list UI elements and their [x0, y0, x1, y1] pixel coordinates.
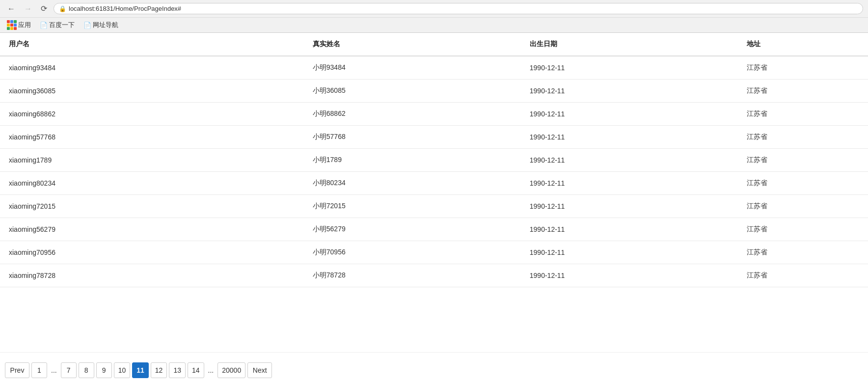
col-header-address: 地址 [738, 33, 868, 56]
pagination-ellipsis: ... [206, 366, 216, 374]
cell-address: 江苏省 [738, 264, 868, 287]
page-btn-12[interactable]: 12 [151, 362, 167, 378]
apps-bookmark[interactable]: 应用 [5, 19, 33, 31]
next-button[interactable]: Next [247, 362, 272, 378]
table-row: xiaoming80234 小明80234 1990-12-11 江苏省 [0, 172, 868, 195]
bookmarks-bar: 应用 📄 百度一下 📄 网址导航 [0, 17, 868, 32]
apps-label: 应用 [18, 21, 31, 29]
back-button[interactable]: ← [5, 3, 18, 14]
baidu-bookmark[interactable]: 📄 百度一下 [38, 20, 77, 30]
page-btn-11[interactable]: 11 [132, 362, 149, 378]
cell-birthdate: 1990-12-11 [521, 172, 738, 195]
pagination-area: Prev1...7891011121314...20000Next [0, 352, 868, 384]
cell-birthdate: 1990-12-11 [521, 126, 738, 149]
cell-birthdate: 1990-12-11 [521, 264, 738, 287]
page-btn-8[interactable]: 8 [79, 362, 94, 378]
cell-realname: 小明56279 [304, 218, 521, 241]
cell-username: xiaoming70956 [0, 241, 304, 264]
cell-username: xiaoming1789 [0, 149, 304, 172]
cell-address: 江苏省 [738, 172, 868, 195]
table-row: xiaoming68862 小明68862 1990-12-11 江苏省 [0, 103, 868, 126]
cell-username: xiaoming36085 [0, 80, 304, 103]
cell-realname: 小明1789 [304, 149, 521, 172]
page-btn-7[interactable]: 7 [61, 362, 77, 378]
baidu-icon: 📄 [40, 22, 48, 29]
cell-address: 江苏省 [738, 103, 868, 126]
cell-username: xiaoming68862 [0, 103, 304, 126]
nav-icon: 📄 [83, 22, 91, 29]
cell-birthdate: 1990-12-11 [521, 241, 738, 264]
table-row: xiaoming1789 小明1789 1990-12-11 江苏省 [0, 149, 868, 172]
browser-toolbar: ← → ⟳ 🔒 localhost:61831/Home/ProcPageInd… [0, 0, 868, 17]
apps-icon [7, 20, 17, 30]
cell-username: xiaoming78728 [0, 264, 304, 287]
table-row: xiaoming70956 小明70956 1990-12-11 江苏省 [0, 241, 868, 264]
nav-bookmark[interactable]: 📄 网址导航 [81, 20, 120, 30]
cell-address: 江苏省 [738, 56, 868, 80]
page-btn-13[interactable]: 13 [169, 362, 186, 378]
cell-realname: 小明36085 [304, 80, 521, 103]
page-btn-1[interactable]: 1 [31, 362, 47, 378]
page-content: 用户名 真实姓名 出生日期 地址 xiaoming93484 小明93484 1… [0, 33, 868, 352]
cell-realname: 小明78728 [304, 264, 521, 287]
cell-realname: 小明93484 [304, 56, 521, 80]
cell-birthdate: 1990-12-11 [521, 80, 738, 103]
baidu-label: 百度一下 [49, 21, 75, 29]
page-btn-14[interactable]: 14 [188, 362, 204, 378]
table-row: xiaoming56279 小明56279 1990-12-11 江苏省 [0, 218, 868, 241]
reload-button[interactable]: ⟳ [38, 3, 50, 14]
address-bar[interactable]: 🔒 localhost:61831/Home/ProcPageIndex# [54, 3, 863, 14]
cell-realname: 小明57768 [304, 126, 521, 149]
url-text: localhost:61831/Home/ProcPageIndex# [69, 5, 181, 12]
pagination-ellipsis: ... [49, 366, 59, 374]
cell-address: 江苏省 [738, 241, 868, 264]
cell-address: 江苏省 [738, 218, 868, 241]
cell-realname: 小明72015 [304, 195, 521, 218]
cell-birthdate: 1990-12-11 [521, 103, 738, 126]
page-btn-20000[interactable]: 20000 [217, 362, 245, 378]
table-row: xiaoming57768 小明57768 1990-12-11 江苏省 [0, 126, 868, 149]
col-header-birthdate: 出生日期 [521, 33, 738, 56]
nav-label: 网址导航 [93, 21, 118, 29]
col-header-realname: 真实姓名 [304, 33, 521, 56]
browser-chrome: ← → ⟳ 🔒 localhost:61831/Home/ProcPageInd… [0, 0, 868, 33]
cell-address: 江苏省 [738, 80, 868, 103]
cell-birthdate: 1990-12-11 [521, 218, 738, 241]
pagination: Prev1...7891011121314...20000Next [5, 362, 863, 378]
cell-address: 江苏省 [738, 149, 868, 172]
table-row: xiaoming93484 小明93484 1990-12-11 江苏省 [0, 56, 868, 80]
cell-birthdate: 1990-12-11 [521, 195, 738, 218]
data-table: 用户名 真实姓名 出生日期 地址 xiaoming93484 小明93484 1… [0, 33, 868, 287]
cell-username: xiaoming56279 [0, 218, 304, 241]
table-row: xiaoming36085 小明36085 1990-12-11 江苏省 [0, 80, 868, 103]
cell-username: xiaoming72015 [0, 195, 304, 218]
page-btn-9[interactable]: 9 [96, 362, 112, 378]
cell-address: 江苏省 [738, 126, 868, 149]
col-header-username: 用户名 [0, 33, 304, 56]
cell-username: xiaoming93484 [0, 56, 304, 80]
table-row: xiaoming72015 小明72015 1990-12-11 江苏省 [0, 195, 868, 218]
cell-username: xiaoming80234 [0, 172, 304, 195]
cell-realname: 小明70956 [304, 241, 521, 264]
cell-realname: 小明80234 [304, 172, 521, 195]
table-row: xiaoming78728 小明78728 1990-12-11 江苏省 [0, 264, 868, 287]
page-btn-10[interactable]: 10 [114, 362, 131, 378]
cell-birthdate: 1990-12-11 [521, 56, 738, 80]
forward-button[interactable]: → [22, 3, 34, 14]
cell-username: xiaoming57768 [0, 126, 304, 149]
cell-birthdate: 1990-12-11 [521, 149, 738, 172]
table-header-row: 用户名 真实姓名 出生日期 地址 [0, 33, 868, 56]
lock-icon: 🔒 [59, 5, 66, 12]
prev-button[interactable]: Prev [5, 362, 29, 378]
cell-address: 江苏省 [738, 195, 868, 218]
cell-realname: 小明68862 [304, 103, 521, 126]
